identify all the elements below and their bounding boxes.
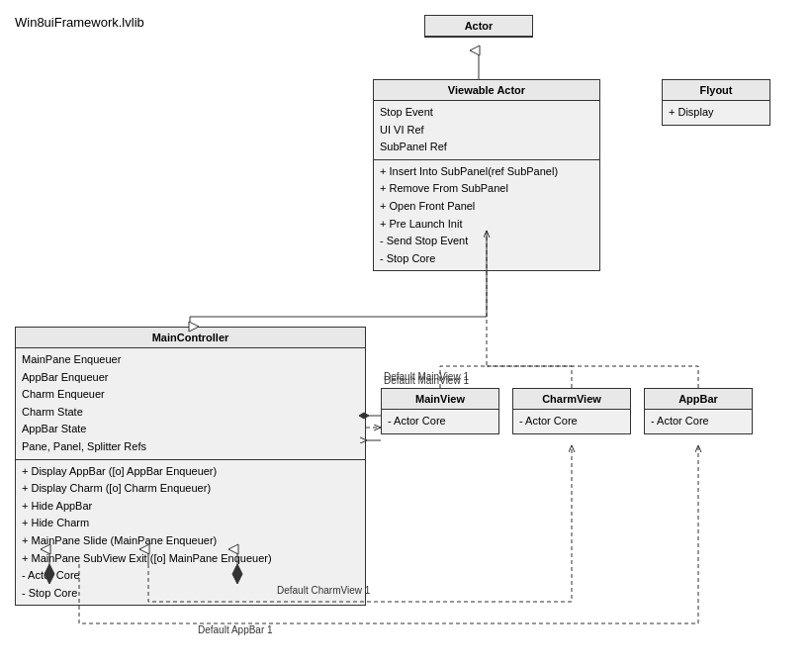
main-view-methods: - Actor Core xyxy=(382,410,498,433)
main-controller-header: MainController xyxy=(16,328,365,348)
viewable-actor-methods: + Insert Into SubPanel(ref SubPanel) + R… xyxy=(374,160,599,271)
viewable-actor-box: Viewable Actor Stop Event UI VI Ref SubP… xyxy=(373,79,600,271)
viewable-actor-header: Viewable Actor xyxy=(374,80,599,101)
charm-view-methods: - Actor Core xyxy=(513,410,630,433)
flyout-methods: + Display xyxy=(663,101,769,125)
flyout-header: Flyout xyxy=(663,80,769,101)
viewable-actor-attributes: Stop Event UI VI Ref SubPanel Ref xyxy=(374,101,599,160)
main-view-box: MainView - Actor Core xyxy=(381,388,499,434)
default-mainview-label-div: Default MainView 1 xyxy=(384,371,469,382)
flyout-box: Flyout + Display xyxy=(662,79,770,126)
app-bar-header: AppBar xyxy=(645,389,752,410)
main-controller-box: MainController MainPane Enqueuer AppBar … xyxy=(15,327,366,606)
diagram-container: Win8uiFramework.lvlib Actor Viewable Act… xyxy=(0,0,812,668)
actor-box: Actor xyxy=(424,15,533,38)
charm-view-header: CharmView xyxy=(513,389,630,410)
main-controller-attributes: MainPane Enqueuer AppBar Enqueuer Charm … xyxy=(16,348,365,460)
diagram-title: Win8uiFramework.lvlib xyxy=(15,15,144,30)
app-bar-box: AppBar - Actor Core xyxy=(644,388,753,434)
main-view-header: MainView xyxy=(382,389,498,410)
app-bar-methods: - Actor Core xyxy=(645,410,752,433)
main-controller-methods: + Display AppBar ([o] AppBar Enqueuer) +… xyxy=(16,460,365,606)
default-appbar-label: Default AppBar 1 xyxy=(198,624,273,635)
charm-view-box: CharmView - Actor Core xyxy=(512,388,631,434)
actor-header: Actor xyxy=(425,16,532,37)
